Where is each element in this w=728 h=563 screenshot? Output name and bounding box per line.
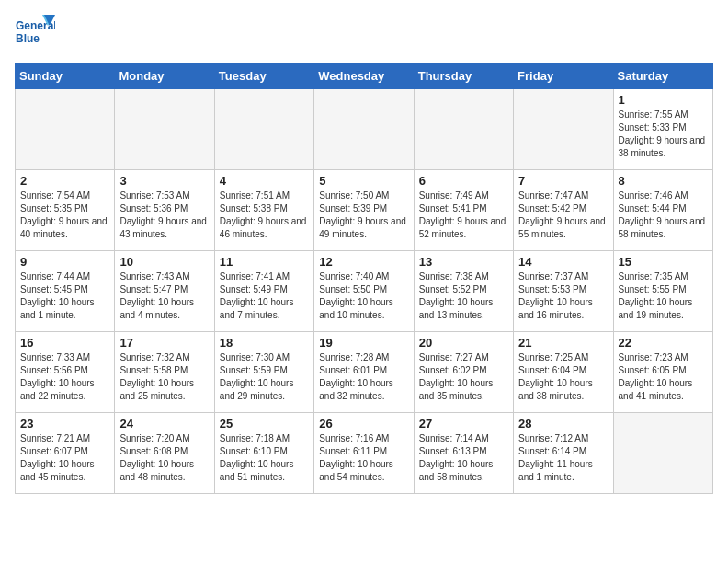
weekday-header: Thursday bbox=[414, 63, 513, 89]
calendar-cell: 26Sunrise: 7:16 AM Sunset: 6:11 PM Dayli… bbox=[314, 413, 414, 494]
weekday-header: Friday bbox=[514, 63, 613, 89]
day-number: 9 bbox=[20, 255, 109, 269]
day-info: Sunrise: 7:35 AM Sunset: 5:55 PM Dayligh… bbox=[619, 270, 708, 322]
day-info: Sunrise: 7:30 AM Sunset: 5:59 PM Dayligh… bbox=[220, 351, 309, 403]
week-row-4: 16Sunrise: 7:33 AM Sunset: 5:56 PM Dayli… bbox=[16, 332, 713, 413]
day-number: 19 bbox=[319, 336, 408, 350]
day-info: Sunrise: 7:23 AM Sunset: 6:05 PM Dayligh… bbox=[619, 351, 708, 403]
day-info: Sunrise: 7:16 AM Sunset: 6:11 PM Dayligh… bbox=[319, 432, 408, 484]
calendar-cell: 20Sunrise: 7:27 AM Sunset: 6:02 PM Dayli… bbox=[414, 332, 513, 413]
day-info: Sunrise: 7:51 AM Sunset: 5:38 PM Dayligh… bbox=[220, 190, 309, 241]
day-info: Sunrise: 7:27 AM Sunset: 6:02 PM Dayligh… bbox=[419, 351, 508, 403]
day-info: Sunrise: 7:40 AM Sunset: 5:50 PM Dayligh… bbox=[319, 270, 408, 322]
day-number: 2 bbox=[20, 174, 109, 188]
weekday-header: Saturday bbox=[613, 63, 712, 89]
day-info: Sunrise: 7:32 AM Sunset: 5:58 PM Dayligh… bbox=[119, 351, 209, 403]
calendar-cell: 18Sunrise: 7:30 AM Sunset: 5:59 PM Dayli… bbox=[214, 332, 313, 413]
calendar-cell bbox=[314, 89, 414, 170]
day-number: 24 bbox=[119, 417, 209, 431]
calendar-cell: 25Sunrise: 7:18 AM Sunset: 6:10 PM Dayli… bbox=[214, 413, 313, 494]
day-info: Sunrise: 7:55 AM Sunset: 5:33 PM Dayligh… bbox=[619, 109, 708, 160]
day-number: 21 bbox=[518, 336, 608, 350]
calendar-table: SundayMondayTuesdayWednesdayThursdayFrid… bbox=[15, 63, 713, 494]
week-row-1: 1Sunrise: 7:55 AM Sunset: 5:33 PM Daylig… bbox=[16, 89, 713, 170]
calendar-cell: 12Sunrise: 7:40 AM Sunset: 5:50 PM Dayli… bbox=[314, 251, 414, 332]
week-row-5: 23Sunrise: 7:21 AM Sunset: 6:07 PM Dayli… bbox=[16, 413, 713, 494]
day-number: 28 bbox=[518, 417, 608, 431]
day-info: Sunrise: 7:44 AM Sunset: 5:45 PM Dayligh… bbox=[20, 270, 109, 322]
day-number: 22 bbox=[619, 336, 708, 350]
day-number: 11 bbox=[220, 255, 309, 269]
week-row-2: 2Sunrise: 7:54 AM Sunset: 5:35 PM Daylig… bbox=[16, 170, 713, 251]
calendar-cell: 9Sunrise: 7:44 AM Sunset: 5:45 PM Daylig… bbox=[16, 251, 115, 332]
day-info: Sunrise: 7:47 AM Sunset: 5:42 PM Dayligh… bbox=[518, 190, 608, 241]
day-number: 16 bbox=[20, 336, 109, 350]
calendar-cell: 2Sunrise: 7:54 AM Sunset: 5:35 PM Daylig… bbox=[16, 170, 115, 251]
calendar-cell bbox=[115, 89, 214, 170]
calendar-cell: 11Sunrise: 7:41 AM Sunset: 5:49 PM Dayli… bbox=[214, 251, 313, 332]
day-info: Sunrise: 7:43 AM Sunset: 5:47 PM Dayligh… bbox=[119, 270, 209, 322]
weekday-header: Sunday bbox=[16, 63, 115, 89]
calendar-cell: 7Sunrise: 7:47 AM Sunset: 5:42 PM Daylig… bbox=[514, 170, 613, 251]
day-info: Sunrise: 7:21 AM Sunset: 6:07 PM Dayligh… bbox=[20, 432, 109, 484]
calendar-cell bbox=[414, 89, 513, 170]
page-header: General Blue bbox=[15, 15, 713, 52]
calendar-cell: 4Sunrise: 7:51 AM Sunset: 5:38 PM Daylig… bbox=[214, 170, 313, 251]
calendar-cell: 19Sunrise: 7:28 AM Sunset: 6:01 PM Dayli… bbox=[314, 332, 414, 413]
logo: General Blue bbox=[15, 15, 55, 52]
day-number: 13 bbox=[419, 255, 508, 269]
day-info: Sunrise: 7:33 AM Sunset: 5:56 PM Dayligh… bbox=[20, 351, 109, 403]
calendar-cell: 21Sunrise: 7:25 AM Sunset: 6:04 PM Dayli… bbox=[514, 332, 613, 413]
day-info: Sunrise: 7:41 AM Sunset: 5:49 PM Dayligh… bbox=[220, 270, 309, 322]
logo-container: General Blue bbox=[15, 15, 55, 52]
day-number: 6 bbox=[419, 174, 508, 188]
calendar-cell: 13Sunrise: 7:38 AM Sunset: 5:52 PM Dayli… bbox=[414, 251, 513, 332]
day-info: Sunrise: 7:38 AM Sunset: 5:52 PM Dayligh… bbox=[419, 270, 508, 322]
calendar-cell: 23Sunrise: 7:21 AM Sunset: 6:07 PM Dayli… bbox=[16, 413, 115, 494]
week-row-3: 9Sunrise: 7:44 AM Sunset: 5:45 PM Daylig… bbox=[16, 251, 713, 332]
calendar-cell: 1Sunrise: 7:55 AM Sunset: 5:33 PM Daylig… bbox=[613, 89, 712, 170]
calendar-cell: 5Sunrise: 7:50 AM Sunset: 5:39 PM Daylig… bbox=[314, 170, 414, 251]
day-info: Sunrise: 7:50 AM Sunset: 5:39 PM Dayligh… bbox=[319, 190, 408, 241]
day-number: 14 bbox=[518, 255, 608, 269]
day-info: Sunrise: 7:28 AM Sunset: 6:01 PM Dayligh… bbox=[319, 351, 408, 403]
day-number: 25 bbox=[220, 417, 309, 431]
day-number: 1 bbox=[619, 93, 708, 107]
calendar-cell bbox=[16, 89, 115, 170]
day-number: 15 bbox=[619, 255, 708, 269]
day-info: Sunrise: 7:49 AM Sunset: 5:41 PM Dayligh… bbox=[419, 190, 508, 241]
calendar-cell: 10Sunrise: 7:43 AM Sunset: 5:47 PM Dayli… bbox=[115, 251, 214, 332]
weekday-header: Wednesday bbox=[314, 63, 414, 89]
calendar-cell: 6Sunrise: 7:49 AM Sunset: 5:41 PM Daylig… bbox=[414, 170, 513, 251]
day-number: 10 bbox=[119, 255, 209, 269]
day-number: 17 bbox=[119, 336, 209, 350]
calendar-cell: 15Sunrise: 7:35 AM Sunset: 5:55 PM Dayli… bbox=[613, 251, 712, 332]
calendar-cell: 3Sunrise: 7:53 AM Sunset: 5:36 PM Daylig… bbox=[115, 170, 214, 251]
day-number: 3 bbox=[119, 174, 209, 188]
calendar-cell: 24Sunrise: 7:20 AM Sunset: 6:08 PM Dayli… bbox=[115, 413, 214, 494]
day-info: Sunrise: 7:53 AM Sunset: 5:36 PM Dayligh… bbox=[119, 190, 209, 241]
calendar-cell: 22Sunrise: 7:23 AM Sunset: 6:05 PM Dayli… bbox=[613, 332, 712, 413]
day-number: 26 bbox=[319, 417, 408, 431]
calendar-cell bbox=[514, 89, 613, 170]
calendar-cell: 14Sunrise: 7:37 AM Sunset: 5:53 PM Dayli… bbox=[514, 251, 613, 332]
calendar-cell: 27Sunrise: 7:14 AM Sunset: 6:13 PM Dayli… bbox=[414, 413, 513, 494]
day-info: Sunrise: 7:25 AM Sunset: 6:04 PM Dayligh… bbox=[518, 351, 608, 403]
calendar-cell bbox=[613, 413, 712, 494]
logo-icon: General Blue bbox=[15, 15, 55, 52]
calendar-cell: 17Sunrise: 7:32 AM Sunset: 5:58 PM Dayli… bbox=[115, 332, 214, 413]
day-info: Sunrise: 7:20 AM Sunset: 6:08 PM Dayligh… bbox=[119, 432, 209, 484]
weekday-header: Tuesday bbox=[214, 63, 313, 89]
day-info: Sunrise: 7:18 AM Sunset: 6:10 PM Dayligh… bbox=[220, 432, 309, 484]
day-info: Sunrise: 7:46 AM Sunset: 5:44 PM Dayligh… bbox=[619, 190, 708, 241]
day-number: 23 bbox=[20, 417, 109, 431]
svg-text:Blue: Blue bbox=[16, 32, 40, 45]
day-number: 7 bbox=[518, 174, 608, 188]
weekday-header-row: SundayMondayTuesdayWednesdayThursdayFrid… bbox=[16, 63, 713, 89]
calendar-cell: 16Sunrise: 7:33 AM Sunset: 5:56 PM Dayli… bbox=[16, 332, 115, 413]
day-info: Sunrise: 7:37 AM Sunset: 5:53 PM Dayligh… bbox=[518, 270, 608, 322]
day-number: 12 bbox=[319, 255, 408, 269]
calendar-cell: 8Sunrise: 7:46 AM Sunset: 5:44 PM Daylig… bbox=[613, 170, 712, 251]
day-number: 4 bbox=[220, 174, 309, 188]
day-info: Sunrise: 7:54 AM Sunset: 5:35 PM Dayligh… bbox=[20, 190, 109, 241]
